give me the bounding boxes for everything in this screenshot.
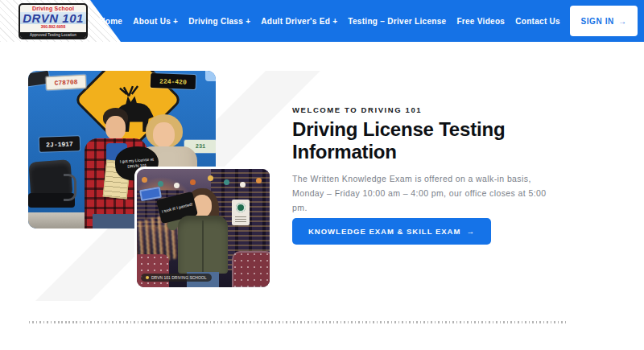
knowledge-exam-button[interactable]: KNOWLEDGE EXAM & SKILL EXAM → <box>292 218 491 245</box>
main-nav: Home About Us + Driving Class + Adult Dr… <box>99 0 560 42</box>
coffee-cup-poster <box>232 200 250 225</box>
location-dot-icon <box>146 276 149 279</box>
photo-badge-icon[interactable] <box>205 71 216 81</box>
hero-photo-graduate: I took it! I passed! DRVN 101 DRIVING SC… <box>134 167 272 290</box>
garland-decoration <box>137 169 270 188</box>
jacket-zipper <box>202 220 204 272</box>
logo-plate: Driving School DRVN 101 360.892.6958 App… <box>20 5 86 38</box>
page: Driving School DRVN 101 360.892.6958 App… <box>0 0 644 350</box>
sign-in-button[interactable]: SIGN IN → <box>570 6 638 36</box>
license-plate: C78708 <box>46 75 87 91</box>
nav-item-contact-us[interactable]: Contact Us <box>515 17 560 26</box>
license-plate: 2J-1917 <box>39 136 80 152</box>
license-plate: 224-420 <box>151 73 196 89</box>
cta-label: KNOWLEDGE EXAM & SKILL EXAM <box>308 227 460 236</box>
nav-item-free-videos[interactable]: Free Videos <box>456 17 505 26</box>
logo-subtext: Approved Testing Location <box>20 32 86 38</box>
arrow-right-icon: → <box>466 227 475 236</box>
waiting-chair <box>232 251 272 288</box>
student-man-jeans <box>93 214 139 229</box>
nav-item-testing-driver-license[interactable]: Testing – Driver License <box>348 17 446 26</box>
sign-in-label: SIGN IN <box>580 17 613 26</box>
nav-item-about-us[interactable]: About Us + <box>133 17 178 26</box>
photo-caption-text: DRVN 101 DRIVING SCHOOL <box>151 275 207 280</box>
photo-caption: DRVN 101 DRIVING SCHOOL <box>141 274 212 282</box>
logo-name: DRVN 101 <box>20 12 86 24</box>
dotted-divider <box>29 321 568 323</box>
page-title: Driving License Testing Information <box>292 118 550 164</box>
office-chair-arm <box>64 174 76 201</box>
logo[interactable]: Driving School DRVN 101 360.892.6958 App… <box>19 3 88 39</box>
nav-item-home[interactable]: Home <box>99 17 122 26</box>
header: Driving School DRVN 101 360.892.6958 App… <box>0 0 644 42</box>
arrow-right-icon: → <box>618 17 627 26</box>
student-man-face <box>105 116 126 140</box>
instructor-woman-face <box>153 122 175 147</box>
nav-item-driving-class[interactable]: Driving Class + <box>188 17 250 26</box>
waiting-chair <box>134 254 169 288</box>
hero-description: The Written Knowledge Exam is offered on… <box>292 172 562 216</box>
nav-item-adult-drivers-ed[interactable]: Adult Driver's Ed + <box>261 17 337 26</box>
logo-phone: 360.892.6958 <box>41 24 66 29</box>
section-eyebrow: WELCOME TO DRIVING 101 <box>292 105 422 114</box>
